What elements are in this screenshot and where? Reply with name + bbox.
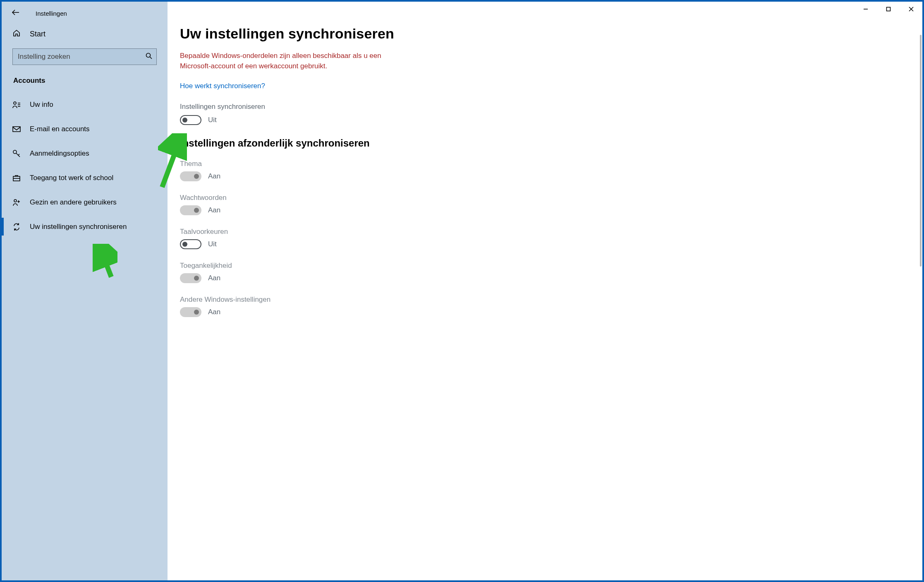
- toggle-state: Aan: [208, 274, 220, 282]
- people-icon: [12, 199, 21, 206]
- svg-rect-1: [886, 7, 890, 11]
- back-button[interactable]: [12, 9, 25, 17]
- setting-accessibility: Toegankelijkheid Aan: [180, 262, 922, 283]
- svg-line-14: [18, 154, 19, 155]
- master-toggle-state: Uit: [208, 116, 217, 124]
- toggle-state: Aan: [208, 206, 220, 214]
- svg-point-7: [14, 102, 16, 104]
- key-icon: [12, 149, 21, 158]
- mail-icon: [12, 126, 21, 132]
- maximize-icon: [886, 7, 891, 12]
- settings-window: Instellingen Start Accounts Uw info: [2, 2, 922, 580]
- minimize-icon: [863, 7, 868, 12]
- setting-theme: Thema Aan: [180, 160, 922, 181]
- sidebar-item-signin-options[interactable]: Aanmeldingsopties: [2, 141, 168, 166]
- setting-label: Taalvoorkeuren: [180, 228, 922, 236]
- setting-language: Taalvoorkeuren Uit: [180, 228, 922, 249]
- sidebar-item-label: Uw info: [30, 101, 53, 109]
- person-icon: [12, 101, 21, 108]
- setting-passwords: Wachtwoorden Aan: [180, 194, 922, 215]
- search-box[interactable]: [12, 48, 157, 65]
- sidebar-header: Instellingen: [2, 5, 168, 22]
- minimize-button[interactable]: [854, 2, 877, 17]
- setting-label: Andere Windows-instellingen: [180, 296, 922, 304]
- sidebar-item-email-accounts[interactable]: E-mail en accounts: [2, 117, 168, 141]
- svg-line-6: [150, 57, 152, 59]
- language-toggle[interactable]: [180, 239, 201, 249]
- setting-label: Thema: [180, 160, 922, 168]
- svg-point-17: [14, 200, 17, 202]
- sidebar-item-label: Gezin en andere gebruikers: [30, 198, 117, 207]
- svg-rect-11: [13, 127, 20, 132]
- maximize-button[interactable]: [877, 2, 900, 17]
- individual-settings-heading: Instellingen afzonderlijk synchroniseren: [180, 137, 922, 149]
- master-toggle-label: Instellingen synchroniseren: [180, 103, 922, 111]
- sidebar-item-label: Uw instellingen synchroniseren: [30, 223, 127, 231]
- sidebar-item-family-users[interactable]: Gezin en andere gebruikers: [2, 190, 168, 214]
- svg-point-12: [13, 150, 17, 154]
- arrow-left-icon: [12, 9, 20, 16]
- sidebar-item-your-info[interactable]: Uw info: [2, 92, 168, 117]
- app-title: Instellingen: [36, 10, 67, 17]
- other-windows-toggle[interactable]: [180, 307, 201, 317]
- sidebar-item-work-school[interactable]: Toegang tot werk of school: [2, 166, 168, 190]
- toggle-state: Aan: [208, 308, 220, 316]
- scrollbar[interactable]: [920, 35, 922, 267]
- sidebar-item-sync-settings[interactable]: Uw instellingen synchroniseren: [2, 214, 168, 239]
- account-warning: Bepaalde Windows-onderdelen zijn alleen …: [180, 51, 395, 71]
- briefcase-icon: [12, 174, 21, 182]
- sidebar-item-label: Toegang tot werk of school: [30, 174, 113, 182]
- sidebar-section-label: Accounts: [2, 65, 168, 92]
- help-link[interactable]: Hoe werkt synchroniseren?: [180, 82, 265, 90]
- svg-point-5: [146, 53, 151, 58]
- setting-other-windows: Andere Windows-instellingen Aan: [180, 296, 922, 317]
- sync-icon: [12, 223, 21, 231]
- home-label: Start: [30, 30, 45, 38]
- content-pane: Uw instellingen synchroniseren Bepaalde …: [168, 2, 922, 580]
- close-icon: [909, 7, 914, 12]
- setting-label: Toegankelijkheid: [180, 262, 922, 270]
- window-controls: [854, 2, 922, 17]
- accessibility-toggle[interactable]: [180, 273, 201, 283]
- search-icon: [146, 53, 152, 61]
- setting-label: Wachtwoorden: [180, 194, 922, 202]
- toggle-state: Aan: [208, 172, 220, 180]
- page-title: Uw instellingen synchroniseren: [180, 26, 922, 42]
- close-button[interactable]: [900, 2, 922, 17]
- home-icon: [12, 29, 21, 39]
- theme-toggle[interactable]: [180, 171, 201, 181]
- master-toggle-row: Uit: [180, 115, 922, 125]
- sidebar-item-label: E-mail en accounts: [30, 125, 90, 133]
- sidebar: Instellingen Start Accounts Uw info: [2, 2, 168, 580]
- search-input[interactable]: [18, 53, 146, 61]
- master-sync-toggle[interactable]: [180, 115, 201, 125]
- passwords-toggle[interactable]: [180, 205, 201, 215]
- sidebar-item-label: Aanmeldingsopties: [30, 149, 89, 158]
- home-button[interactable]: Start: [2, 22, 168, 47]
- toggle-state: Uit: [208, 240, 217, 248]
